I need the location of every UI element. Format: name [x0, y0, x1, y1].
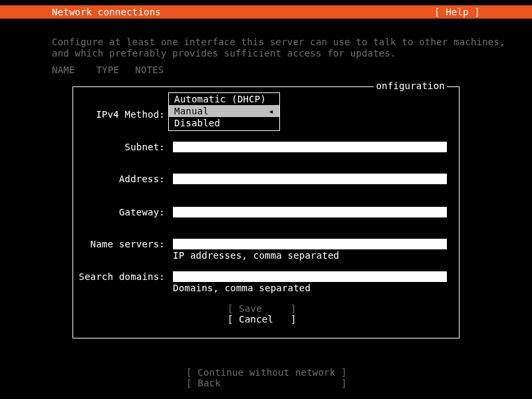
col-notes: NOTES: [135, 65, 164, 75]
selected-arrow-icon: ◂: [268, 105, 274, 117]
searchdomains-hint: Domains, comma separated: [173, 283, 311, 293]
cancel-button[interactable]: [ Cancel ]: [227, 314, 297, 325]
ipv4-method-dropdown[interactable]: Automatic (DHCP) Manual ◂ Disabled: [168, 92, 280, 131]
col-type: TYPE: [96, 65, 130, 75]
continue-without-network-button[interactable]: [ Continue without network ]: [186, 367, 347, 378]
subnet-input[interactable]: [173, 142, 447, 152]
gateway-label: Gateway:: [85, 207, 165, 217]
nameservers-hint: IP addresses, comma separated: [173, 250, 339, 261]
page-title: Network connections: [52, 7, 161, 17]
title-bar: Network connections [ Help ]: [0, 5, 532, 19]
searchdomains-input[interactable]: [173, 271, 447, 282]
dropdown-option-disabled[interactable]: Disabled: [169, 117, 279, 129]
searchdomains-label: Search domains:: [76, 271, 165, 282]
nameservers-label: Name servers:: [85, 239, 165, 249]
panel-title: onfiguration: [374, 80, 447, 91]
gateway-input[interactable]: [173, 207, 447, 217]
column-headers: NAME TYPE NOTES: [52, 65, 164, 75]
address-input[interactable]: [173, 174, 447, 184]
description-text: Configure at least one interface this se…: [52, 37, 505, 59]
dropdown-option-manual-label: Manual: [174, 106, 209, 116]
back-button[interactable]: [ Back ]: [186, 378, 347, 388]
dropdown-option-automatic[interactable]: Automatic (DHCP): [169, 93, 279, 105]
help-button[interactable]: [ Help ]: [434, 7, 480, 17]
col-name: NAME: [52, 65, 90, 75]
subnet-label: Subnet:: [85, 142, 165, 152]
nameservers-input[interactable]: [173, 239, 447, 249]
ipv4-method-label: IPv4 Method:: [85, 109, 165, 120]
dropdown-option-manual[interactable]: Manual ◂: [169, 105, 279, 117]
address-label: Address:: [85, 174, 165, 184]
save-button[interactable]: [ Save ]: [227, 303, 297, 314]
